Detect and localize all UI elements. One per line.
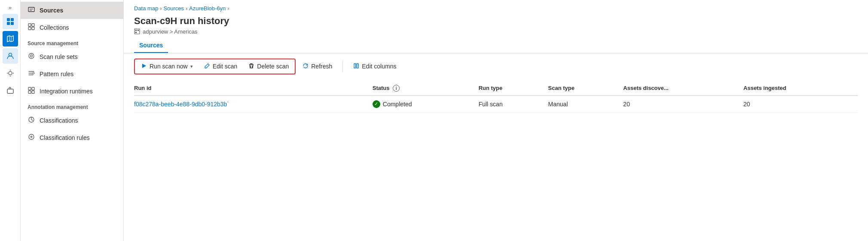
edit-columns-button[interactable]: Edit columns [348, 60, 401, 73]
collections-icon [28, 23, 35, 32]
sidebar-item-scan-rule-sets[interactable]: Scan rule sets [21, 48, 123, 65]
sidebar-item-classification-rules-label: Classification rules [40, 134, 90, 141]
svg-rect-17 [28, 91, 31, 93]
subtitle-icon [134, 28, 140, 34]
svg-point-12 [29, 53, 34, 59]
svg-rect-23 [138, 30, 139, 31]
breadcrumb: Data map › Sources › AzureBlob-6yn › [124, 0, 868, 13]
sidebar-item-scan-rule-sets-label: Scan rule sets [40, 53, 78, 60]
svg-rect-6 [7, 89, 13, 93]
svg-point-14 [33, 72, 34, 74]
person-icon[interactable] [3, 48, 18, 64]
svg-point-13 [31, 55, 33, 57]
table-row: f08c278a-beeb-4e88-9db0-912b3b´ ✓ Comple… [134, 96, 858, 113]
svg-rect-3 [11, 22, 14, 25]
cell-run-id: f08c278a-beeb-4e88-9db0-912b3b´ [134, 96, 373, 113]
svg-rect-1 [11, 18, 14, 21]
delete-scan-label: Delete scan [257, 63, 289, 70]
sidebar-item-pattern-rules-label: Pattern rules [40, 71, 73, 77]
cell-status: ✓ Completed [373, 96, 479, 113]
briefcase-icon[interactable] [3, 83, 18, 98]
collapse-icon[interactable]: » [3, 3, 18, 12]
source-management-header: Source management [21, 36, 123, 48]
table-container: Run id Status i Run type Scan type Asset… [124, 78, 868, 241]
pencil-icon [204, 63, 210, 70]
svg-rect-9 [32, 24, 34, 26]
svg-rect-10 [28, 27, 31, 30]
svg-rect-18 [32, 91, 34, 93]
toolbar-highlighted-group: Run scan now ▾ Edit scan Del [134, 59, 296, 74]
classifications-icon [28, 116, 35, 125]
refresh-button[interactable]: Refresh [297, 60, 337, 73]
scan-rule-sets-icon [28, 53, 35, 61]
sidebar-item-integration-runtimes[interactable]: Integration runtimes [21, 83, 123, 100]
breadcrumb-sources[interactable]: Sources [163, 5, 184, 12]
sidebar-item-classification-rules[interactable]: Classification rules [21, 129, 123, 146]
run-id-link[interactable]: f08c278a-beeb-4e88-9db0-912b3b´ [134, 101, 229, 108]
toolbar: Run scan now ▾ Edit scan Del [124, 55, 868, 78]
map-icon[interactable] [3, 31, 18, 46]
col-run-type: Run type [479, 81, 548, 96]
run-scan-now-label: Run scan now [150, 63, 188, 70]
sidebar-item-classifications[interactable]: Classifications [21, 112, 123, 129]
run-scan-now-button[interactable]: Run scan now ▾ [136, 60, 198, 73]
toolbar-separator [342, 60, 343, 72]
cell-run-type: Full scan [479, 96, 548, 113]
sidebar-item-collections[interactable]: Collections [21, 19, 123, 36]
refresh-icon [303, 63, 309, 70]
svg-rect-22 [135, 30, 137, 31]
edit-scan-button[interactable]: Edit scan [199, 60, 243, 73]
sidebar-item-classifications-label: Classifications [40, 117, 78, 124]
svg-rect-7 [28, 7, 34, 12]
sidebar-item-sources[interactable]: Sources [21, 2, 123, 19]
col-status: Status i [373, 81, 479, 96]
svg-point-5 [9, 71, 12, 75]
tab-sources[interactable]: Sources [134, 38, 168, 53]
subtitle-text: adpurview > Americas [143, 28, 198, 35]
page-title: Scan-c9H run history [134, 15, 858, 28]
status-info-icon[interactable]: i [393, 85, 400, 92]
sidebar-item-pattern-rules[interactable]: Pattern rules [21, 65, 123, 83]
col-scan-type: Scan type [548, 81, 623, 96]
trash-icon [248, 63, 254, 70]
svg-rect-11 [32, 27, 34, 30]
integration-runtimes-icon [28, 87, 35, 96]
edit-scan-label: Edit scan [213, 63, 238, 70]
refresh-label: Refresh [311, 63, 332, 70]
delete-scan-button[interactable]: Delete scan [243, 60, 294, 73]
annotation-management-header: Annotation management [21, 100, 123, 112]
status-label: Completed [383, 101, 412, 108]
icon-rail: » [0, 0, 21, 241]
svg-rect-0 [7, 18, 10, 21]
svg-rect-21 [134, 29, 140, 34]
pattern-rules-icon [28, 70, 35, 78]
cell-assets-ingested: 20 [743, 96, 858, 113]
cell-assets-discovered: 20 [623, 96, 743, 113]
sidebar: Sources Collections Source management Sc… [21, 0, 124, 241]
col-assets-discovered: Assets discove... [623, 81, 743, 96]
page-subtitle: adpurview > Americas [134, 28, 858, 35]
classification-rules-icon [28, 133, 35, 142]
sidebar-item-integration-runtimes-label: Integration runtimes [40, 88, 93, 95]
edit-columns-label: Edit columns [362, 63, 396, 70]
scan-history-table: Run id Status i Run type Scan type Asset… [134, 81, 858, 113]
page-header: Scan-c9H run history adpurview > America… [124, 13, 868, 38]
status-completed-icon: ✓ [373, 100, 380, 108]
breadcrumb-sep-3: › [227, 6, 229, 12]
main-content: Data map › Sources › AzureBlob-6yn › Sca… [124, 0, 868, 241]
run-scan-dropdown-icon[interactable]: ▾ [190, 64, 193, 69]
data-catalog-icon[interactable] [3, 14, 18, 29]
col-run-id: Run id [134, 81, 373, 96]
top-tab-bar: Sources [124, 38, 868, 53]
breadcrumb-sep-1: › [160, 6, 162, 12]
cell-scan-type: Manual [548, 96, 623, 113]
svg-rect-2 [7, 22, 10, 25]
edit-columns-icon [353, 63, 359, 70]
svg-rect-8 [28, 24, 31, 26]
breadcrumb-data-map[interactable]: Data map [134, 5, 158, 12]
svg-marker-25 [142, 64, 146, 68]
insights-icon[interactable] [3, 65, 18, 81]
col-assets-ingested: Assets ingested [743, 81, 858, 96]
sources-icon [28, 6, 35, 15]
breadcrumb-azureblob[interactable]: AzureBlob-6yn [189, 5, 226, 12]
